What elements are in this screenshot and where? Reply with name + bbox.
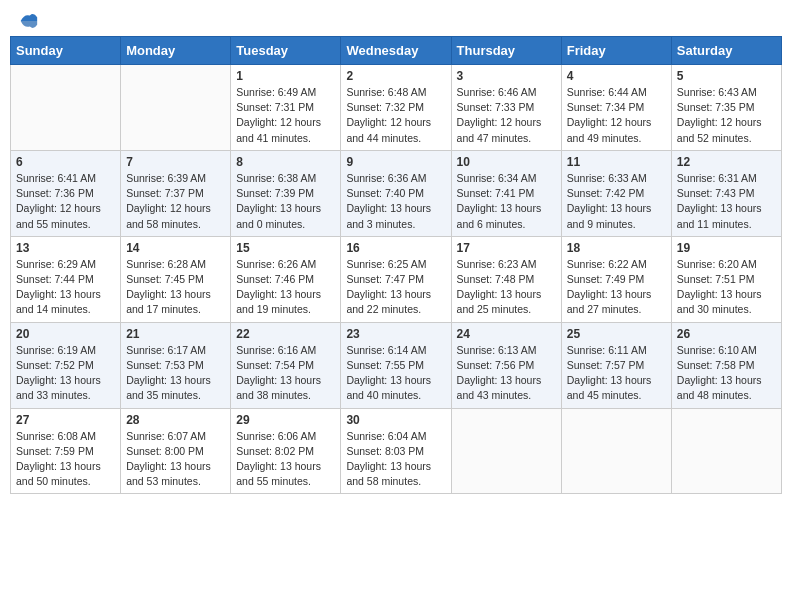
day-number: 14 (126, 241, 225, 255)
day-number: 26 (677, 327, 776, 341)
weekday-header-saturday: Saturday (671, 37, 781, 65)
calendar-cell: 11Sunrise: 6:33 AM Sunset: 7:42 PM Dayli… (561, 150, 671, 236)
calendar-cell: 29Sunrise: 6:06 AM Sunset: 8:02 PM Dayli… (231, 408, 341, 494)
weekday-header-tuesday: Tuesday (231, 37, 341, 65)
calendar-cell: 24Sunrise: 6:13 AM Sunset: 7:56 PM Dayli… (451, 322, 561, 408)
day-info: Sunrise: 6:28 AM Sunset: 7:45 PM Dayligh… (126, 257, 225, 318)
day-info: Sunrise: 6:41 AM Sunset: 7:36 PM Dayligh… (16, 171, 115, 232)
day-number: 2 (346, 69, 445, 83)
day-number: 7 (126, 155, 225, 169)
day-info: Sunrise: 6:14 AM Sunset: 7:55 PM Dayligh… (346, 343, 445, 404)
day-number: 18 (567, 241, 666, 255)
day-info: Sunrise: 6:04 AM Sunset: 8:03 PM Dayligh… (346, 429, 445, 490)
day-number: 16 (346, 241, 445, 255)
calendar-week-row: 20Sunrise: 6:19 AM Sunset: 7:52 PM Dayli… (11, 322, 782, 408)
weekday-header-thursday: Thursday (451, 37, 561, 65)
day-info: Sunrise: 6:13 AM Sunset: 7:56 PM Dayligh… (457, 343, 556, 404)
day-number: 20 (16, 327, 115, 341)
day-info: Sunrise: 6:11 AM Sunset: 7:57 PM Dayligh… (567, 343, 666, 404)
day-info: Sunrise: 6:07 AM Sunset: 8:00 PM Dayligh… (126, 429, 225, 490)
calendar-cell: 17Sunrise: 6:23 AM Sunset: 7:48 PM Dayli… (451, 236, 561, 322)
logo-icon (17, 10, 39, 32)
calendar-cell: 30Sunrise: 6:04 AM Sunset: 8:03 PM Dayli… (341, 408, 451, 494)
day-info: Sunrise: 6:31 AM Sunset: 7:43 PM Dayligh… (677, 171, 776, 232)
day-info: Sunrise: 6:19 AM Sunset: 7:52 PM Dayligh… (16, 343, 115, 404)
calendar-cell: 27Sunrise: 6:08 AM Sunset: 7:59 PM Dayli… (11, 408, 121, 494)
day-number: 29 (236, 413, 335, 427)
day-info: Sunrise: 6:22 AM Sunset: 7:49 PM Dayligh… (567, 257, 666, 318)
day-info: Sunrise: 6:23 AM Sunset: 7:48 PM Dayligh… (457, 257, 556, 318)
day-number: 8 (236, 155, 335, 169)
day-info: Sunrise: 6:34 AM Sunset: 7:41 PM Dayligh… (457, 171, 556, 232)
calendar-cell: 5Sunrise: 6:43 AM Sunset: 7:35 PM Daylig… (671, 65, 781, 151)
calendar-cell: 19Sunrise: 6:20 AM Sunset: 7:51 PM Dayli… (671, 236, 781, 322)
calendar-cell (671, 408, 781, 494)
day-info: Sunrise: 6:44 AM Sunset: 7:34 PM Dayligh… (567, 85, 666, 146)
calendar-cell: 9Sunrise: 6:36 AM Sunset: 7:40 PM Daylig… (341, 150, 451, 236)
calendar-cell: 26Sunrise: 6:10 AM Sunset: 7:58 PM Dayli… (671, 322, 781, 408)
day-info: Sunrise: 6:10 AM Sunset: 7:58 PM Dayligh… (677, 343, 776, 404)
calendar-cell: 18Sunrise: 6:22 AM Sunset: 7:49 PM Dayli… (561, 236, 671, 322)
weekday-header-wednesday: Wednesday (341, 37, 451, 65)
calendar-cell: 15Sunrise: 6:26 AM Sunset: 7:46 PM Dayli… (231, 236, 341, 322)
calendar-cell: 21Sunrise: 6:17 AM Sunset: 7:53 PM Dayli… (121, 322, 231, 408)
day-number: 6 (16, 155, 115, 169)
calendar-cell: 25Sunrise: 6:11 AM Sunset: 7:57 PM Dayli… (561, 322, 671, 408)
day-number: 12 (677, 155, 776, 169)
day-number: 11 (567, 155, 666, 169)
page-header (10, 10, 782, 26)
calendar-table: SundayMondayTuesdayWednesdayThursdayFrid… (10, 36, 782, 494)
day-info: Sunrise: 6:20 AM Sunset: 7:51 PM Dayligh… (677, 257, 776, 318)
calendar-cell: 6Sunrise: 6:41 AM Sunset: 7:36 PM Daylig… (11, 150, 121, 236)
day-number: 5 (677, 69, 776, 83)
calendar-cell: 2Sunrise: 6:48 AM Sunset: 7:32 PM Daylig… (341, 65, 451, 151)
day-info: Sunrise: 6:48 AM Sunset: 7:32 PM Dayligh… (346, 85, 445, 146)
calendar-week-row: 6Sunrise: 6:41 AM Sunset: 7:36 PM Daylig… (11, 150, 782, 236)
day-number: 9 (346, 155, 445, 169)
day-number: 22 (236, 327, 335, 341)
calendar-cell: 22Sunrise: 6:16 AM Sunset: 7:54 PM Dayli… (231, 322, 341, 408)
calendar-cell: 8Sunrise: 6:38 AM Sunset: 7:39 PM Daylig… (231, 150, 341, 236)
calendar-cell: 4Sunrise: 6:44 AM Sunset: 7:34 PM Daylig… (561, 65, 671, 151)
calendar-cell (451, 408, 561, 494)
calendar-cell (121, 65, 231, 151)
day-info: Sunrise: 6:06 AM Sunset: 8:02 PM Dayligh… (236, 429, 335, 490)
calendar-cell: 7Sunrise: 6:39 AM Sunset: 7:37 PM Daylig… (121, 150, 231, 236)
day-info: Sunrise: 6:49 AM Sunset: 7:31 PM Dayligh… (236, 85, 335, 146)
calendar-week-row: 1Sunrise: 6:49 AM Sunset: 7:31 PM Daylig… (11, 65, 782, 151)
calendar-cell: 28Sunrise: 6:07 AM Sunset: 8:00 PM Dayli… (121, 408, 231, 494)
day-info: Sunrise: 6:26 AM Sunset: 7:46 PM Dayligh… (236, 257, 335, 318)
day-info: Sunrise: 6:08 AM Sunset: 7:59 PM Dayligh… (16, 429, 115, 490)
calendar-cell: 16Sunrise: 6:25 AM Sunset: 7:47 PM Dayli… (341, 236, 451, 322)
day-info: Sunrise: 6:17 AM Sunset: 7:53 PM Dayligh… (126, 343, 225, 404)
day-number: 28 (126, 413, 225, 427)
weekday-header-friday: Friday (561, 37, 671, 65)
weekday-header-sunday: Sunday (11, 37, 121, 65)
calendar-cell: 3Sunrise: 6:46 AM Sunset: 7:33 PM Daylig… (451, 65, 561, 151)
day-number: 10 (457, 155, 556, 169)
day-number: 21 (126, 327, 225, 341)
calendar-cell: 1Sunrise: 6:49 AM Sunset: 7:31 PM Daylig… (231, 65, 341, 151)
calendar-cell: 20Sunrise: 6:19 AM Sunset: 7:52 PM Dayli… (11, 322, 121, 408)
calendar-cell (561, 408, 671, 494)
day-info: Sunrise: 6:29 AM Sunset: 7:44 PM Dayligh… (16, 257, 115, 318)
day-number: 4 (567, 69, 666, 83)
day-number: 13 (16, 241, 115, 255)
calendar-cell: 13Sunrise: 6:29 AM Sunset: 7:44 PM Dayli… (11, 236, 121, 322)
day-number: 3 (457, 69, 556, 83)
day-number: 25 (567, 327, 666, 341)
day-info: Sunrise: 6:25 AM Sunset: 7:47 PM Dayligh… (346, 257, 445, 318)
day-number: 19 (677, 241, 776, 255)
day-info: Sunrise: 6:38 AM Sunset: 7:39 PM Dayligh… (236, 171, 335, 232)
day-number: 17 (457, 241, 556, 255)
logo (15, 10, 39, 26)
day-info: Sunrise: 6:39 AM Sunset: 7:37 PM Dayligh… (126, 171, 225, 232)
calendar-cell: 12Sunrise: 6:31 AM Sunset: 7:43 PM Dayli… (671, 150, 781, 236)
calendar-week-row: 13Sunrise: 6:29 AM Sunset: 7:44 PM Dayli… (11, 236, 782, 322)
day-number: 15 (236, 241, 335, 255)
calendar-header-row: SundayMondayTuesdayWednesdayThursdayFrid… (11, 37, 782, 65)
day-info: Sunrise: 6:33 AM Sunset: 7:42 PM Dayligh… (567, 171, 666, 232)
calendar-cell (11, 65, 121, 151)
weekday-header-monday: Monday (121, 37, 231, 65)
day-info: Sunrise: 6:46 AM Sunset: 7:33 PM Dayligh… (457, 85, 556, 146)
